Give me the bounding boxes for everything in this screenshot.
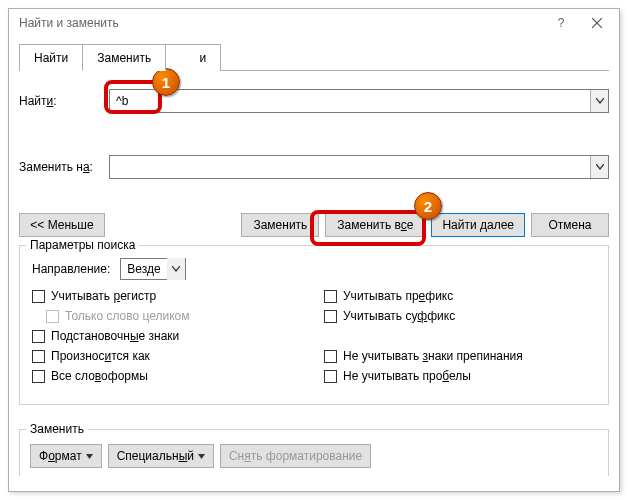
search-options-group: Параметры поиска Направление: Везде Учит… bbox=[19, 245, 609, 405]
tab-find[interactable]: Найти bbox=[19, 44, 83, 71]
chevron-down-icon bbox=[172, 266, 180, 272]
tab-replace[interactable]: Заменить bbox=[82, 44, 166, 71]
replace-dropdown-button[interactable] bbox=[590, 156, 608, 178]
check-match-prefix[interactable]: Учитывать префикс bbox=[324, 289, 596, 303]
chevron-down-icon bbox=[596, 98, 604, 104]
special-button[interactable]: Специальный bbox=[108, 444, 214, 468]
no-formatting-button: Снять форматирование bbox=[220, 444, 371, 468]
search-options-legend: Параметры поиска bbox=[26, 238, 139, 252]
check-ignore-space[interactable]: Не учитывать пробелы bbox=[324, 369, 596, 383]
find-combobox[interactable] bbox=[109, 89, 609, 113]
replace-group: Заменить Формат Специальный Снять формат… bbox=[19, 429, 609, 476]
check-word-forms[interactable]: Все словоформы bbox=[32, 369, 304, 383]
chevron-down-icon bbox=[596, 164, 604, 170]
title-bar: Найти и заменить ? bbox=[9, 9, 619, 37]
check-sounds-like[interactable]: Произносится как bbox=[32, 349, 304, 363]
find-input[interactable] bbox=[110, 94, 590, 108]
cancel-button[interactable]: Отмена bbox=[531, 213, 609, 237]
replace-combobox[interactable] bbox=[109, 155, 609, 179]
replace-row: Заменить на: bbox=[19, 155, 609, 179]
direction-label: Направление: bbox=[32, 262, 110, 276]
close-icon bbox=[592, 18, 602, 28]
tab-goto[interactable]: и bbox=[165, 44, 221, 71]
find-next-button[interactable]: Найти далее bbox=[431, 213, 525, 237]
tabs: Найти Заменить и bbox=[19, 43, 609, 71]
callout-badge-1: 1 bbox=[152, 68, 180, 96]
triangle-down-icon bbox=[198, 454, 205, 459]
svg-marker-2 bbox=[86, 454, 93, 459]
check-wildcards[interactable]: Подстановочные знаки bbox=[32, 329, 304, 343]
find-dropdown-button[interactable] bbox=[590, 90, 608, 112]
check-whole-word: Только слово целиком bbox=[46, 309, 304, 323]
replace-label: Заменить на: bbox=[19, 160, 109, 174]
find-row: Найти: bbox=[19, 89, 609, 113]
find-label: Найти: bbox=[19, 94, 109, 108]
close-button[interactable] bbox=[579, 11, 615, 35]
check-match-suffix[interactable]: Учитывать суффикс bbox=[324, 309, 596, 323]
help-button[interactable]: ? bbox=[543, 11, 579, 35]
format-button[interactable]: Формат bbox=[30, 444, 102, 468]
direction-select[interactable]: Везде bbox=[120, 258, 186, 280]
less-button[interactable]: << Меньше bbox=[19, 213, 105, 237]
check-match-case[interactable]: Учитывать регистр bbox=[32, 289, 304, 303]
triangle-down-icon bbox=[86, 454, 93, 459]
replace-input[interactable] bbox=[110, 160, 590, 174]
replace-all-button[interactable]: Заменить все bbox=[325, 213, 425, 237]
svg-marker-3 bbox=[198, 454, 205, 459]
replace-group-legend: Заменить bbox=[26, 422, 88, 436]
check-ignore-punct[interactable]: Не учитывать знаки препинания bbox=[324, 349, 596, 363]
window-title: Найти и заменить bbox=[19, 16, 543, 30]
callout-badge-2: 2 bbox=[414, 192, 442, 220]
replace-button[interactable]: Заменить bbox=[241, 213, 319, 237]
